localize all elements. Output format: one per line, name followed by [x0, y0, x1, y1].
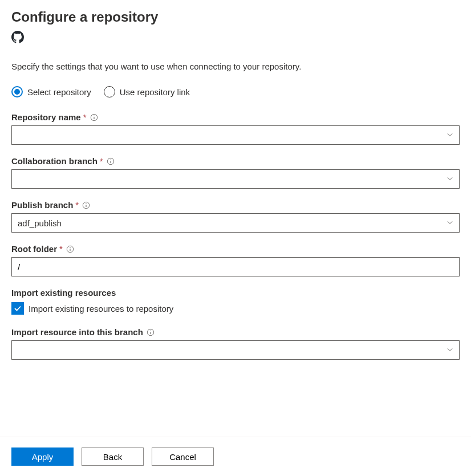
- svg-point-7: [86, 203, 87, 204]
- import-existing-checkbox[interactable]: [11, 302, 24, 315]
- import-existing-checkbox-label: Import existing resources to repository: [29, 304, 173, 314]
- dropdown-value: adf_publish: [18, 218, 62, 228]
- apply-button[interactable]: Apply: [11, 447, 74, 466]
- info-icon[interactable]: [82, 201, 90, 209]
- use-repository-link-radio[interactable]: Use repository link: [104, 86, 190, 97]
- required-marker: *: [75, 200, 79, 210]
- svg-point-10: [70, 247, 70, 247]
- chevron-down-icon: [446, 174, 453, 184]
- repository-name-dropdown[interactable]: [11, 125, 460, 145]
- import-branch-label: Import resource into this branch: [11, 327, 460, 337]
- radio-label: Select repository: [27, 87, 91, 97]
- publish-branch-dropdown[interactable]: adf_publish: [11, 213, 460, 233]
- repository-name-label: Repository name *: [11, 112, 460, 122]
- chevron-down-icon: [446, 345, 453, 355]
- radio-icon: [104, 86, 115, 97]
- chevron-down-icon: [446, 131, 453, 140]
- radio-icon: [11, 86, 23, 97]
- info-icon[interactable]: [147, 328, 155, 336]
- radio-label: Use repository link: [120, 87, 190, 97]
- select-repository-radio[interactable]: Select repository: [11, 86, 91, 97]
- required-marker: *: [83, 112, 87, 122]
- info-icon[interactable]: [90, 113, 98, 121]
- svg-point-13: [150, 330, 151, 331]
- collaboration-branch-dropdown[interactable]: [11, 169, 460, 189]
- github-icon: [11, 31, 460, 46]
- info-icon[interactable]: [66, 245, 74, 253]
- description-text: Specify the settings that you want to us…: [11, 62, 460, 71]
- footer-bar: Apply Back Cancel: [0, 437, 471, 466]
- svg-point-4: [110, 159, 111, 160]
- required-marker: *: [59, 244, 63, 254]
- root-folder-input[interactable]: [11, 257, 460, 276]
- chevron-down-icon: [446, 218, 453, 228]
- root-folder-field[interactable]: [18, 258, 453, 276]
- back-button[interactable]: Back: [82, 447, 144, 466]
- cancel-button[interactable]: Cancel: [152, 447, 214, 466]
- import-branch-dropdown[interactable]: [11, 340, 460, 360]
- import-existing-label: Import existing resources: [11, 288, 460, 298]
- page-title: Configure a repository: [11, 9, 460, 25]
- info-icon[interactable]: [107, 157, 115, 165]
- publish-branch-label: Publish branch *: [11, 200, 460, 210]
- required-marker: *: [100, 156, 103, 166]
- repository-mode-radio-group: Select repository Use repository link: [11, 86, 460, 97]
- collaboration-branch-label: Collaboration branch *: [11, 156, 460, 166]
- svg-point-1: [94, 115, 94, 116]
- check-icon: [13, 304, 22, 313]
- root-folder-label: Root folder *: [11, 244, 460, 254]
